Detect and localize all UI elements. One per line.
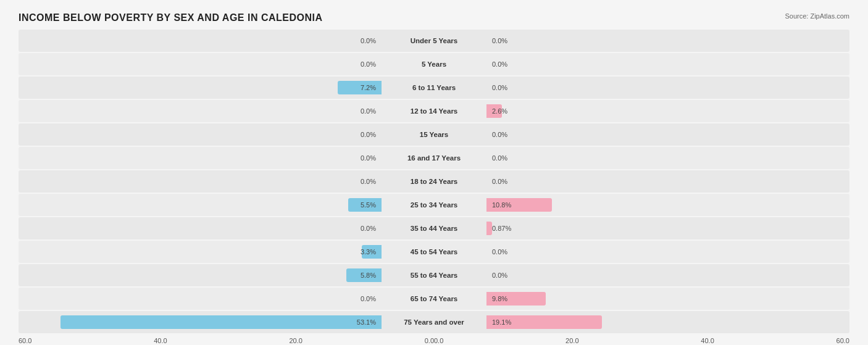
row-inner: 3.3% 45 to 54 Years 0.0%	[19, 241, 849, 263]
right-section: 0.0%	[434, 147, 849, 169]
male-bar	[61, 315, 382, 329]
male-value: 0.0%	[361, 60, 378, 68]
row: 0.0% 12 to 14 Years 2.6%	[19, 100, 849, 122]
female-value: 9.8%	[490, 295, 507, 302]
female-value: 0.0%	[490, 37, 507, 44]
axis-area: 60.0 40.0 20.0 0.0 0.0 20.0 40.0 60.0	[19, 337, 849, 344]
female-value: 0.0%	[490, 154, 507, 162]
row: 0.0% 65 to 74 Years 9.8%	[19, 288, 849, 310]
axis-right: 0.0 20.0 40.0 60.0	[434, 337, 849, 344]
right-section: 0.0%	[434, 53, 849, 75]
row: 7.2% 6 to 11 Years 0.0%	[19, 77, 849, 99]
left-section: 0.0%	[19, 217, 434, 239]
male-value: 53.1%	[357, 318, 378, 326]
row-inner: 0.0% 16 and 17 Years 0.0%	[19, 147, 849, 169]
chart-source: Source: ZipAtlas.com	[785, 12, 849, 20]
male-value: 5.5%	[361, 201, 378, 209]
left-section: 5.8%	[19, 264, 434, 286]
row-inner: 0.0% 65 to 74 Years 9.8%	[19, 288, 849, 310]
right-section: 0.0%	[434, 30, 849, 52]
female-value: 0.0%	[490, 178, 507, 185]
row-inner: 5.5% 25 to 34 Years 10.8%	[19, 194, 849, 216]
axis-label-60-left: 60.0	[19, 337, 31, 344]
female-value: 0.0%	[490, 248, 507, 256]
male-value: 7.2%	[361, 84, 378, 91]
right-section: 0.0%	[434, 264, 849, 286]
female-value: 0.87%	[490, 225, 511, 232]
row-inner: 0.0% 5 Years 0.0%	[19, 53, 849, 75]
left-section: 0.0%	[19, 53, 434, 75]
row: 0.0% 18 to 24 Years 0.0%	[19, 170, 849, 193]
row: 5.5% 25 to 34 Years 10.8%	[19, 194, 849, 216]
row: 0.0% 5 Years 0.0%	[19, 53, 849, 75]
right-section: 0.0%	[434, 77, 849, 99]
row-inner: 7.2% 6 to 11 Years 0.0%	[19, 77, 849, 99]
male-value: 0.0%	[361, 37, 378, 44]
female-value: 0.0%	[490, 131, 507, 138]
left-section: 0.0%	[19, 170, 434, 193]
axis-label-0-right: 0.0	[434, 337, 443, 344]
left-section: 0.0%	[19, 100, 434, 122]
right-section: 2.6%	[434, 100, 849, 122]
male-value: 0.0%	[361, 131, 378, 138]
chart-title: INCOME BELOW POVERTY BY SEX AND AGE IN C…	[19, 12, 849, 23]
right-section: 19.1%	[434, 311, 849, 333]
female-value: 0.0%	[490, 272, 507, 279]
axis-left: 60.0 40.0 20.0 0.0	[19, 337, 434, 344]
row: 5.8% 55 to 64 Years 0.0%	[19, 264, 849, 286]
female-value: 0.0%	[490, 60, 507, 68]
axis-label-0-left: 0.0	[425, 337, 434, 344]
row: 0.0% 35 to 44 Years 0.87%	[19, 217, 849, 239]
left-section: 7.2%	[19, 77, 434, 99]
left-section: 0.0%	[19, 123, 434, 146]
bars-area: 0.0% Under 5 Years 0.0% 0.0% 5 Years	[19, 30, 849, 333]
left-section: 0.0%	[19, 147, 434, 169]
right-section: 9.8%	[434, 288, 849, 310]
axis-label-40-left: 40.0	[154, 337, 167, 344]
row-inner: 5.8% 55 to 64 Years 0.0%	[19, 264, 849, 286]
row-inner: 0.0% 18 to 24 Years 0.0%	[19, 170, 849, 193]
right-section: 0.0%	[434, 170, 849, 193]
axis-label-20-left: 20.0	[289, 337, 302, 344]
row: 53.1% 75 Years and over 19.1%	[19, 311, 849, 333]
female-value: 0.0%	[490, 84, 507, 91]
row-inner: 0.0% Under 5 Years 0.0%	[19, 30, 849, 52]
row: 0.0% Under 5 Years 0.0%	[19, 30, 849, 52]
male-value: 5.8%	[361, 272, 378, 279]
male-value: 0.0%	[361, 107, 378, 115]
left-section: 0.0%	[19, 30, 434, 52]
right-section: 0.0%	[434, 123, 849, 146]
male-value: 3.3%	[361, 248, 378, 256]
row: 3.3% 45 to 54 Years 0.0%	[19, 241, 849, 263]
row: 0.0% 15 Years 0.0%	[19, 123, 849, 146]
axis-label-20-right: 20.0	[565, 337, 578, 344]
male-value: 0.0%	[361, 154, 378, 162]
left-section: 53.1%	[19, 311, 434, 333]
row-inner: 0.0% 15 Years 0.0%	[19, 123, 849, 146]
row-inner: 53.1% 75 Years and over 19.1%	[19, 311, 849, 333]
left-section: 5.5%	[19, 194, 434, 216]
right-section: 0.0%	[434, 241, 849, 263]
male-value: 0.0%	[361, 295, 378, 302]
right-section: 10.8%	[434, 194, 849, 216]
axis-label-60-right: 60.0	[837, 337, 849, 344]
female-value: 19.1%	[490, 318, 511, 326]
male-value: 0.0%	[361, 225, 378, 232]
chart-container: INCOME BELOW POVERTY BY SEX AND AGE IN C…	[0, 0, 868, 345]
right-section: 0.87%	[434, 217, 849, 239]
left-section: 3.3%	[19, 241, 434, 263]
axis-label-40-right: 40.0	[701, 337, 714, 344]
male-value: 0.0%	[361, 178, 378, 185]
female-value: 2.6%	[490, 107, 507, 115]
left-section: 0.0%	[19, 288, 434, 310]
row-inner: 0.0% 12 to 14 Years 2.6%	[19, 100, 849, 122]
row-inner: 0.0% 35 to 44 Years 0.87%	[19, 217, 849, 239]
row: 0.0% 16 and 17 Years 0.0%	[19, 147, 849, 169]
female-value: 10.8%	[490, 201, 511, 209]
